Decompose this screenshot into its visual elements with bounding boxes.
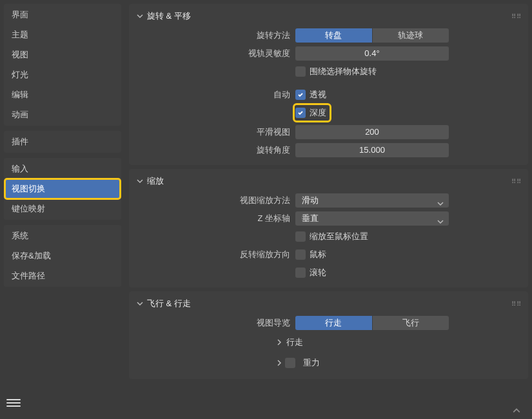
sidebar-item-keymap[interactable]: 键位映射 (5, 199, 120, 219)
orbit-around-selection-label: 围绕选择物体旋转 (310, 66, 377, 77)
zoom-method-select[interactable]: 滑动 (295, 193, 449, 208)
sidebar-group-3: 输入 视图切换 键位映射 (4, 158, 121, 220)
chevron-down-icon (437, 197, 444, 211)
auto-depth-label: 深度 (310, 107, 326, 119)
gravity-checkbox[interactable] (285, 358, 295, 368)
invert-mouse-zoom-checkbox[interactable] (295, 249, 306, 260)
auto-label: 自动 (129, 89, 295, 101)
orbit-method-trackball[interactable]: 轨迹球 (373, 28, 449, 43)
sidebar-item-viewport[interactable]: 视图 (5, 45, 120, 64)
chevron-down-icon[interactable] (135, 178, 144, 184)
orbit-method-label: 旋转方法 (129, 30, 295, 41)
chevron-down-icon[interactable] (135, 13, 144, 19)
auto-depth-checkbox[interactable] (295, 108, 306, 118)
panel-drag-icon[interactable]: ⠿⠿ (511, 300, 522, 307)
rotation-angle-label: 旋转角度 (129, 144, 295, 156)
panel-title: 缩放 (147, 175, 164, 187)
sidebar-item-system[interactable]: 系统 (5, 226, 120, 246)
sidebar-item-filepaths[interactable]: 文件路径 (5, 266, 120, 286)
panel-drag-icon[interactable]: ⠿⠿ (511, 178, 522, 185)
zoom-axis-select[interactable]: 垂直 (295, 211, 449, 226)
zoom-axis-label: Z 坐标轴 (129, 213, 295, 224)
zoom-axis-value: 垂直 (302, 213, 319, 223)
chevron-down-icon[interactable] (135, 300, 144, 307)
panel-zoom: 缩放 ⠿⠿ 视图缩放方法 滑动 Z 坐标轴 垂 (129, 169, 528, 287)
chevron-right-icon[interactable] (275, 360, 284, 366)
panel-title: 飞行 & 行走 (147, 298, 191, 309)
orbit-around-selection-checkbox[interactable] (295, 66, 306, 77)
invert-mouse-zoom-label: 鼠标 (310, 249, 326, 260)
sidebar-item-animation[interactable]: 动画 (5, 105, 120, 124)
nav-walk-button[interactable]: 行走 (295, 316, 373, 330)
scroll-up-icon[interactable] (513, 407, 520, 416)
sidebar-item-saveload[interactable]: 保存&加载 (5, 246, 120, 266)
smooth-view-label: 平滑视图 (129, 126, 295, 138)
sidebar-item-lights[interactable]: 灯光 (5, 65, 120, 84)
sidebar-group-2: 插件 (4, 131, 121, 153)
gravity-subpanel-label[interactable]: 重力 (303, 357, 320, 369)
chevron-right-icon[interactable] (275, 339, 284, 346)
zoom-method-label: 视图缩放方法 (129, 195, 295, 206)
panel-orbit-pan: 旋转 & 平移 ⠿⠿ 旋转方法 转盘 轨迹球 视轨灵敏度 0.4° (129, 4, 528, 165)
invert-zoom-label: 反转缩放方向 (129, 249, 295, 260)
panel-drag-icon[interactable]: ⠿⠿ (511, 13, 522, 20)
orbit-sensitivity-field[interactable]: 0.4° (295, 46, 449, 61)
rotation-angle-field[interactable]: 15.000 (295, 143, 449, 157)
view-navigation-label: 视图导览 (129, 317, 295, 329)
sidebar-item-themes[interactable]: 主题 (5, 25, 120, 44)
sidebar-group-4: 系统 保存&加载 文件路径 (4, 225, 121, 287)
nav-fly-button[interactable]: 飞行 (373, 316, 449, 330)
sidebar-item-interface[interactable]: 界面 (5, 5, 120, 24)
smooth-view-field[interactable]: 200 (295, 125, 449, 139)
hamburger-icon[interactable] (6, 396, 21, 410)
zoom-to-mouse-checkbox[interactable] (295, 231, 306, 242)
sidebar-group-1: 界面 主题 视图 灯光 编辑 动画 (4, 4, 121, 126)
auto-perspective-checkbox[interactable] (295, 90, 306, 100)
walk-subpanel-label[interactable]: 行走 (286, 336, 303, 348)
invert-wheel-zoom-label: 滚轮 (310, 267, 326, 278)
panel-fly-walk: 飞行 & 行走 ⠿⠿ 视图导览 行走 飞行 行走 (129, 291, 528, 379)
sidebar-item-editing[interactable]: 编辑 (5, 85, 120, 104)
chevron-down-icon (437, 215, 444, 229)
invert-wheel-zoom-checkbox[interactable] (295, 268, 306, 278)
orbit-method-turntable[interactable]: 转盘 (295, 28, 373, 43)
orbit-method-enum[interactable]: 转盘 轨迹球 (295, 28, 449, 43)
sidebar-item-addons[interactable]: 插件 (5, 132, 120, 151)
sidebar: 界面 主题 视图 灯光 编辑 动画 插件 输入 视图切换 键位映射 系统 保存&… (4, 4, 121, 415)
zoom-method-value: 滑动 (302, 195, 319, 205)
orbit-sensitivity-label: 视轨灵敏度 (129, 48, 295, 59)
panel-title: 旋转 & 平移 (147, 10, 191, 22)
zoom-to-mouse-label: 缩放至鼠标位置 (310, 231, 368, 242)
main-content: 旋转 & 平移 ⠿⠿ 旋转方法 转盘 轨迹球 视轨灵敏度 0.4° (129, 4, 528, 415)
sidebar-item-navigation[interactable]: 视图切换 (5, 179, 120, 199)
view-navigation-enum[interactable]: 行走 飞行 (295, 316, 449, 330)
sidebar-item-input[interactable]: 输入 (5, 159, 120, 179)
auto-perspective-label: 透视 (310, 89, 326, 101)
